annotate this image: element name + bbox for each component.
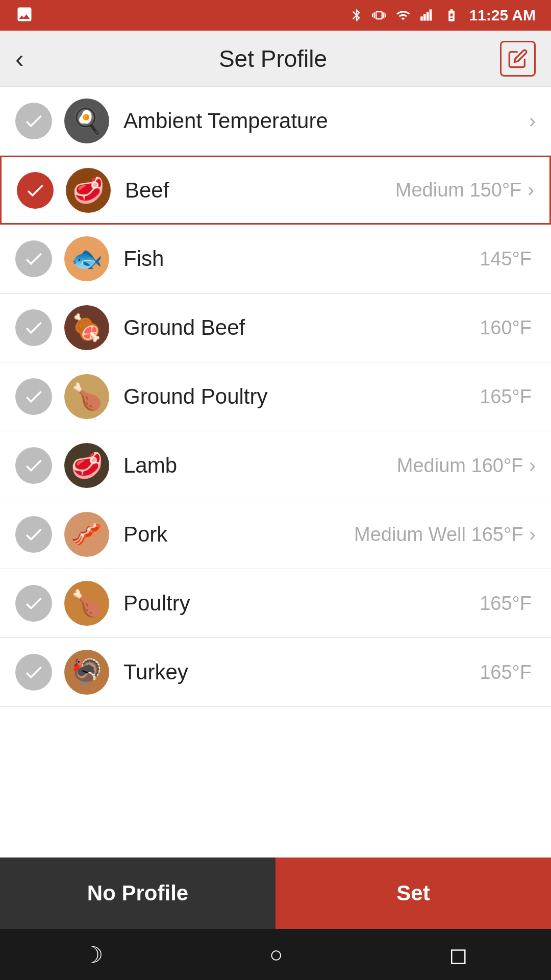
status-bar: 11:25 AM [0,0,551,31]
profile-list: 🍳Ambient Temperature›🥩BeefMedium 150°F›🐟… [0,87,551,857]
food-name-ambient: Ambient Temperature [123,109,523,133]
food-image-pork: 🥓 [64,512,109,557]
status-bar-left [15,5,34,26]
food-temp-fish: 145°F [480,248,532,270]
food-name-ground-beef: Ground Beef [123,315,480,340]
check-circle-fish [15,240,52,277]
no-profile-label: No Profile [87,881,188,905]
profile-item-fish[interactable]: 🐟Fish145°F [0,225,551,293]
check-circle-beef [17,172,54,209]
svg-rect-1 [423,14,426,21]
nav-bar: ☽ ○ ◻ [0,929,551,980]
chevron-right-icon-pork: › [529,524,536,546]
food-image-poultry: 🍗 [64,581,109,626]
profile-item-beef[interactable]: 🥩BeefMedium 150°F› [0,156,551,225]
food-image-turkey: 🦃 [64,650,109,695]
no-profile-button[interactable]: No Profile [0,857,276,929]
profile-item-lamb[interactable]: 🥩LambMedium 160°F› [0,431,551,500]
set-label: Set [396,881,430,905]
chevron-right-icon-beef: › [528,179,534,201]
svg-rect-0 [421,16,423,20]
food-temp-beef: Medium 150°F [395,179,522,201]
food-image-lamb: 🥩 [64,443,109,488]
food-name-fish: Fish [123,247,480,271]
status-icons [349,8,461,22]
check-circle-pork [15,516,52,553]
check-circle-ambient [15,103,52,139]
profile-item-ground-poultry[interactable]: 🍗Ground Poultry165°F [0,362,551,431]
food-name-poultry: Poultry [123,591,480,616]
food-image-ground-poultry: 🍗 [64,374,109,419]
svg-rect-3 [430,9,432,20]
status-time: 11:25 AM [469,7,536,24]
chevron-right-icon-ambient: › [529,110,536,132]
check-circle-turkey [15,654,52,691]
chevron-right-icon-lamb: › [529,455,536,477]
food-image-ground-beef: 🍖 [64,305,109,350]
bottom-bar: No Profile Set [0,857,551,929]
check-circle-lamb [15,447,52,484]
food-name-ground-poultry: Ground Poultry [123,384,480,409]
food-temp-ground-beef: 160°F [480,317,532,339]
profile-item-poultry[interactable]: 🍗Poultry165°F [0,569,551,638]
food-image-beef: 🥩 [66,168,111,213]
profile-item-turkey[interactable]: 🦃Turkey165°F [0,638,551,707]
back-button[interactable]: ‹ [15,44,46,74]
home-icon[interactable]: ○ [269,942,283,967]
edit-button[interactable] [500,41,536,77]
food-temp-lamb: Medium 160°F [397,455,523,477]
crescent-moon-icon[interactable]: ☽ [83,942,103,968]
check-circle-ground-poultry [15,378,52,415]
food-name-lamb: Lamb [123,453,397,478]
food-name-pork: Pork [123,522,354,547]
food-name-turkey: Turkey [123,660,480,684]
food-image-ambient: 🍳 [64,99,109,143]
food-temp-ground-poultry: 165°F [480,386,532,408]
check-circle-ground-beef [15,309,52,346]
check-circle-poultry [15,585,52,622]
profile-item-ambient[interactable]: 🍳Ambient Temperature› [0,87,551,156]
food-temp-turkey: 165°F [480,662,532,683]
set-button[interactable]: Set [276,857,551,929]
food-image-fish: 🐟 [64,236,109,281]
profile-item-ground-beef[interactable]: 🍖Ground Beef160°F [0,293,551,362]
profile-item-pork[interactable]: 🥓PorkMedium Well 165°F› [0,500,551,569]
back-icon[interactable]: ◻ [449,942,468,968]
food-temp-pork: Medium Well 165°F [354,524,523,546]
svg-rect-2 [427,12,429,21]
page-title: Set Profile [219,45,327,72]
header: ‹ Set Profile [0,31,551,87]
food-temp-poultry: 165°F [480,593,532,615]
food-name-beef: Beef [125,178,395,203]
